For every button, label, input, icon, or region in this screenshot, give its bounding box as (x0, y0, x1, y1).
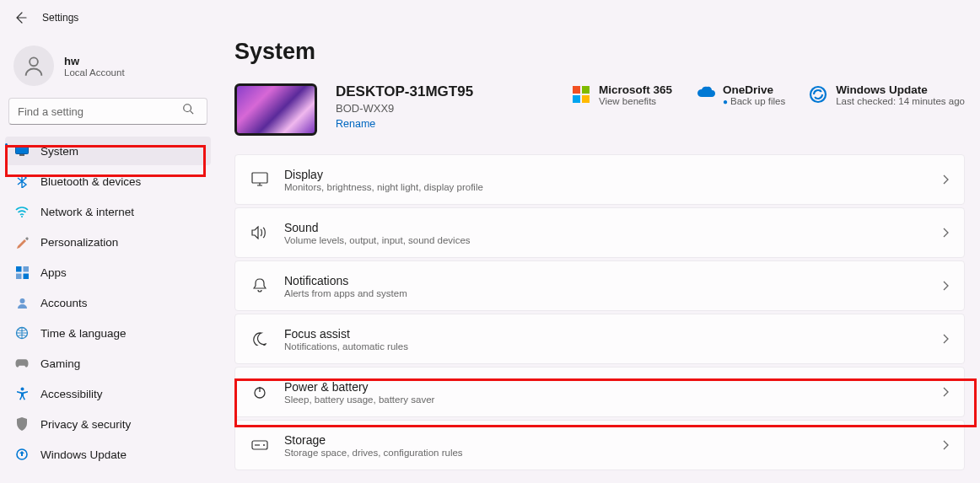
onedrive-icon (696, 85, 714, 104)
nav-bluetooth[interactable]: Bluetooth & devices (5, 167, 211, 196)
setting-power[interactable]: Power & batterySleep, battery usage, bat… (234, 367, 965, 417)
system-icon (15, 144, 29, 158)
bell-icon (250, 278, 269, 293)
nav-system[interactable]: System (5, 137, 211, 165)
chevron-right-icon (942, 387, 949, 397)
onedrive-card[interactable]: OneDrive ●Back up files (696, 83, 785, 106)
svg-point-21 (263, 444, 265, 446)
setting-title: Display (284, 168, 942, 181)
device-info: DESKTOP-31MGT95 BOD-WXX9 Rename (336, 83, 553, 131)
update-card[interactable]: Windows Update Last checked: 14 minutes … (809, 83, 965, 106)
avatar (13, 46, 54, 86)
svg-rect-14 (582, 86, 590, 94)
setting-sound[interactable]: SoundVolume levels, output, input, sound… (234, 207, 965, 258)
nav-privacy[interactable]: Privacy & security (5, 410, 211, 438)
nav-time[interactable]: Time & language (5, 319, 211, 347)
chevron-right-icon (942, 440, 949, 450)
svg-rect-18 (252, 173, 267, 183)
svg-rect-6 (23, 266, 29, 272)
svg-rect-8 (23, 273, 29, 279)
wifi-icon (15, 205, 29, 218)
chevron-right-icon (942, 281, 949, 291)
onedrive-title: OneDrive (723, 83, 785, 96)
update-title: Windows Update (836, 83, 965, 96)
setting-display[interactable]: DisplayMonitors, brightness, night light… (234, 154, 965, 205)
svg-rect-13 (573, 86, 580, 94)
nav-label: System (40, 145, 78, 158)
header-row: DESKTOP-31MGT95 BOD-WXX9 Rename Microsof… (234, 83, 965, 136)
svg-point-11 (20, 388, 24, 391)
sidebar: hw Local Account System Bluetooth & devi… (0, 35, 219, 483)
nav-accounts[interactable]: Accounts (5, 288, 211, 317)
svg-point-9 (19, 298, 24, 303)
titlebar: Settings (0, 0, 980, 35)
user-sub: Local Account (64, 67, 125, 78)
ms365-card[interactable]: Microsoft 365 View benefits (572, 83, 672, 106)
setting-storage[interactable]: StorageStorage space, drives, configurat… (234, 420, 965, 470)
nav-accessibility[interactable]: Accessibility (5, 379, 211, 408)
storage-icon (250, 440, 269, 450)
nav-label: Network & internet (40, 206, 134, 218)
svg-rect-7 (16, 273, 22, 279)
svg-point-4 (21, 216, 23, 217)
person-icon (22, 54, 46, 78)
shield-icon (15, 417, 29, 431)
setting-sub: Alerts from apps and system (284, 288, 942, 298)
gamepad-icon (15, 357, 29, 370)
nav-network[interactable]: Network & internet (5, 197, 211, 226)
setting-title: Storage (284, 433, 942, 447)
setting-notifications[interactable]: NotificationsAlerts from apps and system (234, 260, 965, 311)
user-name: hw (64, 55, 125, 67)
apps-icon (15, 266, 29, 279)
nav-label: Accounts (40, 297, 88, 309)
setting-title: Notifications (284, 274, 942, 287)
svg-point-0 (30, 57, 38, 66)
power-icon (250, 385, 269, 399)
app-title: Settings (42, 12, 78, 24)
rename-link[interactable]: Rename (336, 118, 375, 130)
device-thumbnail[interactable] (234, 83, 317, 136)
svg-rect-3 (19, 154, 24, 156)
chevron-right-icon (942, 334, 949, 344)
nav-update[interactable]: Windows Update (5, 440, 211, 469)
nav-label: Bluetooth & devices (40, 175, 141, 188)
setting-title: Focus assist (284, 327, 942, 341)
settings-list: DisplayMonitors, brightness, night light… (234, 154, 965, 470)
globe-clock-icon (15, 326, 29, 340)
update-sub: Last checked: 14 minutes ago (836, 96, 965, 106)
accessibility-icon (15, 387, 29, 400)
device-name: DESKTOP-31MGT95 (336, 83, 553, 100)
setting-title: Sound (284, 221, 942, 234)
chevron-right-icon (942, 228, 949, 238)
svg-rect-16 (582, 95, 590, 103)
chevron-right-icon (942, 174, 949, 185)
svg-rect-5 (16, 266, 22, 272)
nav-gaming[interactable]: Gaming (5, 349, 211, 378)
user-block[interactable]: hw Local Account (3, 42, 213, 98)
sound-icon (250, 226, 269, 239)
content: System DESKTOP-31MGT95 BOD-WXX9 Rename M… (219, 35, 980, 483)
bluetooth-icon (15, 174, 29, 188)
nav-label: Gaming (40, 357, 80, 370)
back-button[interactable] (10, 8, 30, 28)
svg-point-17 (810, 87, 826, 102)
setting-sub: Monitors, brightness, night light, displ… (284, 182, 942, 192)
nav-list: System Bluetooth & devices Network & int… (3, 137, 213, 469)
search-input[interactable] (8, 98, 207, 125)
nav-label: Time & language (40, 327, 127, 340)
page-title: System (234, 39, 965, 65)
arrow-left-icon (13, 11, 27, 24)
setting-sub: Notifications, automatic rules (284, 341, 942, 352)
nav-personalization[interactable]: Personalization (5, 228, 211, 256)
setting-sub: Sleep, battery usage, battery saver (284, 394, 942, 405)
nav-apps[interactable]: Apps (5, 258, 211, 287)
setting-focus[interactable]: Focus assistNotifications, automatic rul… (234, 314, 965, 364)
windows-update-icon (809, 85, 827, 104)
moon-icon (250, 332, 269, 346)
nav-label: Privacy & security (40, 418, 131, 431)
setting-title: Power & battery (284, 380, 942, 394)
update-icon (15, 448, 29, 461)
device-model: BOD-WXX9 (336, 102, 553, 115)
accounts-icon (15, 296, 29, 309)
nav-label: Windows Update (40, 448, 127, 461)
